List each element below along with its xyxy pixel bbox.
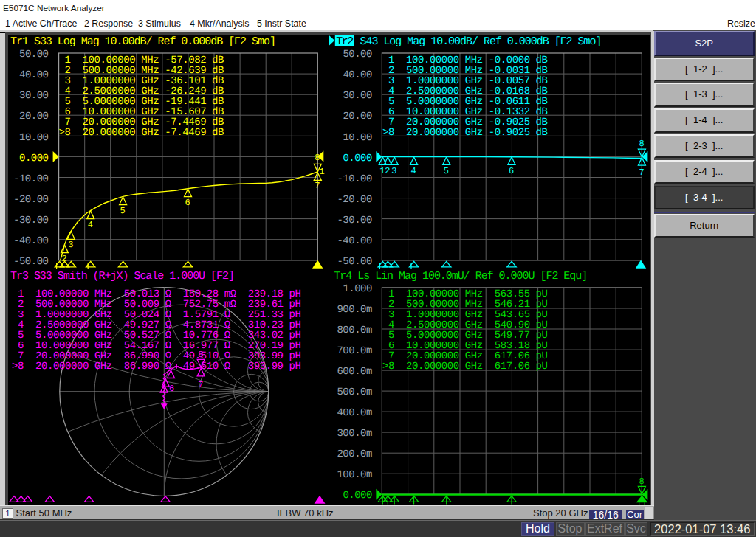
svg-text:8: 8 xyxy=(639,477,644,487)
svg-text:-10.00: -10.00 xyxy=(13,173,49,185)
svg-text:500.0m: 500.0m xyxy=(337,387,372,398)
svg-text:200.0m: 200.0m xyxy=(337,448,372,460)
svg-text:7: 7 xyxy=(639,167,644,178)
svg-text:Tr2: Tr2 xyxy=(336,35,354,48)
svg-text:-20.00: -20.00 xyxy=(337,194,372,206)
svg-text:5: 5 xyxy=(444,166,449,176)
svg-text:50.00: 50.00 xyxy=(343,49,372,60)
svg-text:0.000: 0.000 xyxy=(343,153,372,164)
svg-text:6: 6 xyxy=(169,384,174,394)
svg-text:2: 2 xyxy=(385,166,390,176)
svg-text:3: 3 xyxy=(391,166,396,176)
svg-text:7: 7 xyxy=(198,380,203,390)
svg-text:5: 5 xyxy=(120,206,126,216)
svg-text:-50.00: -50.00 xyxy=(13,256,49,268)
svg-text:300.0m: 300.0m xyxy=(337,428,372,440)
svg-text:-10.00: -10.00 xyxy=(337,173,372,185)
svg-text:10.00: 10.00 xyxy=(19,132,49,144)
svg-text:8: 8 xyxy=(315,153,320,163)
svg-text:8: 8 xyxy=(639,139,644,149)
svg-text:100.0m: 100.0m xyxy=(337,469,372,481)
svg-text:6: 6 xyxy=(509,166,514,176)
svg-text:10.00: 10.00 xyxy=(343,132,372,144)
svg-text:6: 6 xyxy=(185,198,190,208)
svg-text:40.00: 40.00 xyxy=(343,69,372,81)
svg-text:Tr3 S33 Smith (R+jX) Scale 1.0: Tr3 S33 Smith (R+jX) Scale 1.000U [F2] xyxy=(10,270,235,283)
svg-text:-40.00: -40.00 xyxy=(13,235,49,247)
svg-text:800.0m: 800.0m xyxy=(337,325,372,336)
svg-text:0.000: 0.000 xyxy=(343,490,372,502)
svg-text:S43 Log Mag 10.00dB/ Ref 0.000: S43 Log Mag 10.00dB/ Ref 0.000dB [F2 Smo… xyxy=(354,35,602,48)
svg-text:1.000: 1.000 xyxy=(343,283,372,295)
svg-text:7: 7 xyxy=(315,181,320,191)
svg-text:-20.00: -20.00 xyxy=(13,194,49,206)
svg-text:900.0m: 900.0m xyxy=(337,304,372,316)
svg-text:-30.00: -30.00 xyxy=(13,215,49,226)
svg-text:1: 1 xyxy=(320,167,325,177)
svg-text:-40.00: -40.00 xyxy=(337,235,372,247)
svg-text:>8 20.000000 GHz 86.990 Ω 4: >8 20.000000 GHz 86.990 Ω 49.510 Ω 393.9… xyxy=(12,361,301,373)
svg-text:0.000: 0.000 xyxy=(19,153,49,164)
svg-text:20.00: 20.00 xyxy=(343,111,372,122)
svg-text:30.00: 30.00 xyxy=(343,90,372,102)
svg-text:40.00: 40.00 xyxy=(19,69,49,81)
svg-text:Tr4 Ls Lin Mag 100.0mU/ Ref 0.: Tr4 Ls Lin Mag 100.0mU/ Ref 0.000U [F2 E… xyxy=(334,270,588,283)
svg-text:600.0m: 600.0m xyxy=(337,366,372,378)
svg-text:400.0m: 400.0m xyxy=(337,407,372,419)
svg-text:4: 4 xyxy=(411,166,416,176)
svg-text:>8 20.000000 GHz -0.9025 dB: >8 20.000000 GHz -0.9025 dB xyxy=(382,127,548,139)
svg-text:3: 3 xyxy=(68,240,73,250)
svg-text:>8 20.000000 GHz -7.4469 dB: >8 20.000000 GHz -7.4469 dB xyxy=(59,127,224,139)
svg-text:-30.00: -30.00 xyxy=(337,215,372,226)
svg-text:30.00: 30.00 xyxy=(19,90,49,102)
svg-text:Tr1 S33 Log Mag 10.00dB/ Ref 0: Tr1 S33 Log Mag 10.00dB/ Ref 0.000dB [F2… xyxy=(10,35,276,48)
svg-text:4: 4 xyxy=(88,220,93,230)
svg-text:50.00: 50.00 xyxy=(19,49,49,60)
svg-text:20.00: 20.00 xyxy=(19,111,49,122)
svg-text:-50.00: -50.00 xyxy=(337,256,372,268)
svg-text:8: 8 xyxy=(198,350,203,360)
svg-text:700.0m: 700.0m xyxy=(337,345,372,357)
svg-text:>8 20.000000 GHz 617.06 pU: >8 20.000000 GHz 617.06 pU xyxy=(382,361,548,373)
